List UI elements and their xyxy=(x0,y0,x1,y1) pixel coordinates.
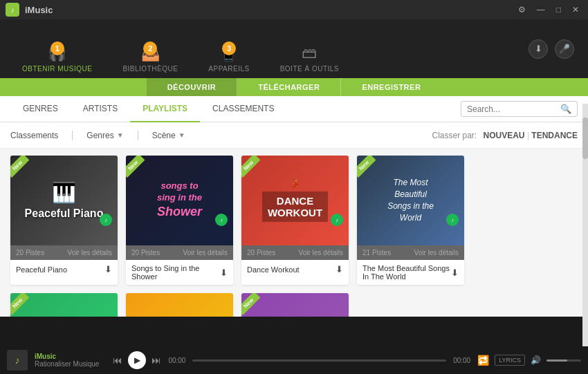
card-details-3[interactable]: Voir les détails xyxy=(299,249,343,256)
play-button[interactable]: ▶ xyxy=(128,351,146,369)
playlist-card-6[interactable]: 👶 15 Pistes Voir les détails Kids Songs … xyxy=(126,293,233,317)
tools-icon: 🗃 xyxy=(302,44,317,62)
subnav-classements[interactable]: CLASSEMENTS xyxy=(200,96,286,122)
card-details-2[interactable]: Voir les détails xyxy=(183,249,228,256)
card-tracks-2: 20 Pistes xyxy=(131,249,160,256)
card-overlay-text-1: Peaceful Piano xyxy=(25,207,104,220)
prev-button[interactable]: ⏮ xyxy=(113,355,122,366)
subnav-artists[interactable]: ARTISTS xyxy=(71,96,130,122)
new-badge-2: New xyxy=(126,156,145,178)
card-footer-3: 20 Pistes Voir les détails xyxy=(241,245,349,260)
new-badge-5: New xyxy=(10,293,30,315)
tab-obtenir-label: OBTENIR MUSIQUE xyxy=(22,65,92,73)
next-button[interactable]: ⏭ xyxy=(151,355,161,366)
card-image-1: New 🎹 Peaceful Piano ♪ xyxy=(10,156,118,245)
spotify-icon-3: ♪ xyxy=(331,214,343,226)
card-overlay-text-3: DANCEWORKOUT xyxy=(262,191,328,222)
time-total: 00:00 xyxy=(453,357,470,364)
header-right: ⬇ 🎤 xyxy=(529,39,574,59)
time-current: 00:00 xyxy=(168,357,185,364)
card-tracks-1: 20 Pistes xyxy=(16,249,44,256)
subnav-playlists[interactable]: PLAYLISTS xyxy=(130,96,200,122)
card-image-3: New 💃 DANCEWORKOUT ♪ xyxy=(241,156,349,245)
title-bar-controls: ⚙ — □ ✕ xyxy=(515,3,582,16)
card-footer-4: 21 Pistes Voir les détails xyxy=(357,245,464,260)
search-input[interactable] xyxy=(467,104,557,114)
new-badge-4: New xyxy=(357,156,376,178)
playlist-card-1[interactable]: New 🎹 Peaceful Piano ♪ 20 Pistes Voir le… xyxy=(10,156,118,285)
card-title-3: Dance Workout xyxy=(247,265,336,274)
tab-appareils[interactable]: 3 📱 APPAREILS xyxy=(193,39,264,78)
filter-bar: Classements Genres ▼ Scène ▼ Classer par… xyxy=(0,122,588,149)
filter-separator-2 xyxy=(138,131,138,140)
sort-label: Classer par: NOUVEAU | TENDANCE xyxy=(432,131,578,140)
telecharger-button[interactable]: TÉLÉCHARGER xyxy=(237,78,341,96)
new-badge-1: New xyxy=(10,156,30,178)
player-thumbnail: ♪ xyxy=(7,350,28,371)
spotify-icon-1: ♪ xyxy=(100,214,112,226)
card-info-1: Peaceful Piano ⬇ xyxy=(10,260,118,279)
new-badge-7: New xyxy=(241,293,261,315)
sub-nav: GENRES ARTISTS PLAYLISTS CLASSEMENTS 🔍 xyxy=(0,96,588,122)
scrollbar-thumb[interactable] xyxy=(582,118,588,159)
volume-fill xyxy=(546,359,567,362)
tab-appareils-label: APPAREILS xyxy=(208,65,249,73)
playlist-card-3[interactable]: New 💃 DANCEWORKOUT ♪ 20 Pistes Voir les … xyxy=(241,156,349,285)
mic-icon-button[interactable]: 🎤 xyxy=(555,39,574,59)
download-icon-button[interactable]: ⬇ xyxy=(529,39,548,59)
download-icon-4[interactable]: ⬇ xyxy=(451,268,459,278)
filter-classements[interactable]: Classements xyxy=(10,131,58,140)
badge-3: 3 xyxy=(222,41,236,55)
playlist-card-2[interactable]: New songs tosing in theShower ♪ 20 Piste… xyxy=(126,156,233,285)
enregistrer-button[interactable]: ENREGISTRER xyxy=(341,78,441,96)
filter-genres[interactable]: Genres ▼ xyxy=(86,131,123,140)
download-icon-3[interactable]: ⬇ xyxy=(336,264,343,274)
progress-bar[interactable] xyxy=(192,359,446,362)
tab-bibliotheque[interactable]: 2 📥 BIBLIOTHÈQUE xyxy=(107,39,193,78)
playlist-card-5[interactable]: New 🚗 FamilyRoad Trip 18 Pistes Voir les… xyxy=(10,293,118,317)
decouvrir-button[interactable]: DÉCOUVRIR xyxy=(147,78,238,96)
subnav-genres[interactable]: GENRES xyxy=(10,96,71,122)
tab-outils-label: BOITE À OUTILS xyxy=(280,65,339,73)
search-icon[interactable]: 🔍 xyxy=(560,104,571,114)
card-footer-1: 20 Pistes Voir les détails xyxy=(10,245,118,260)
card-tracks-4: 21 Pistes xyxy=(362,249,391,256)
volume-bar[interactable] xyxy=(546,359,581,362)
card-tracks-3: 20 Pistes xyxy=(247,249,275,256)
lyrics-button[interactable]: LYRICS xyxy=(495,355,525,366)
close-button[interactable]: ✕ xyxy=(569,3,582,16)
download-icon-2[interactable]: ⬇ xyxy=(220,268,228,278)
settings-icon[interactable]: ⚙ xyxy=(515,3,529,16)
playlist-card-7[interactable]: New Wake Upand Smell 22 Pistes Voir les … xyxy=(241,293,349,317)
maximize-button[interactable]: □ xyxy=(553,3,564,16)
volume-icon[interactable]: 🔊 xyxy=(531,355,541,365)
filter-scene[interactable]: Scène ▼ xyxy=(152,131,185,140)
player-bar: ♪ iMusic Rationaliser Musique ⏮ ▶ ⏭ 00:0… xyxy=(0,346,588,374)
card-details-4[interactable]: Voir les détails xyxy=(414,249,459,256)
card-info-3: Dance Workout ⬇ xyxy=(241,260,349,279)
nav-tabs: 1 🎧 OBTENIR MUSIQUE 2 📥 BIBLIOTHÈQUE 3 📱… xyxy=(7,19,354,78)
repeat-icon[interactable]: 🔁 xyxy=(477,355,489,366)
tab-outils[interactable]: 🗃 BOITE À OUTILS xyxy=(265,39,354,78)
playlist-card-4[interactable]: New The MostBeautifulSongs in theWorld ♪… xyxy=(357,156,464,285)
card-details-1[interactable]: Voir les détails xyxy=(68,249,112,256)
sort-tendance[interactable]: TENDANCE xyxy=(531,131,578,140)
scrollbar[interactable] xyxy=(582,104,588,346)
card-overlay-text-2: songs tosing in theShower xyxy=(157,180,202,220)
card-title-2: Songs to Sing in the Shower xyxy=(131,264,220,281)
card-image-6: 👶 xyxy=(126,293,233,317)
download-icon-1[interactable]: ⬇ xyxy=(104,264,112,274)
badge-2: 2 xyxy=(143,41,157,55)
card-title-4: The Most Beautiful Songs In The World xyxy=(362,264,451,281)
title-bar: ♪ iMusic ⚙ — □ ✕ xyxy=(0,0,588,19)
card-footer-2: 20 Pistes Voir les détails xyxy=(126,245,233,260)
minimize-button[interactable]: — xyxy=(533,3,549,16)
genres-chevron-icon: ▼ xyxy=(117,131,124,139)
app-name: iMusic xyxy=(25,5,53,15)
card-image-4: New The MostBeautifulSongs in theWorld ♪ xyxy=(357,156,464,245)
card-info-2: Songs to Sing in the Shower ⬇ xyxy=(126,260,233,285)
card-image-2: New songs tosing in theShower ♪ xyxy=(126,156,233,245)
sort-nouveau[interactable]: NOUVEAU xyxy=(484,131,525,140)
tab-obtenir-musique[interactable]: 1 🎧 OBTENIR MUSIQUE xyxy=(7,39,107,78)
player-app-name: iMusic xyxy=(35,353,99,360)
